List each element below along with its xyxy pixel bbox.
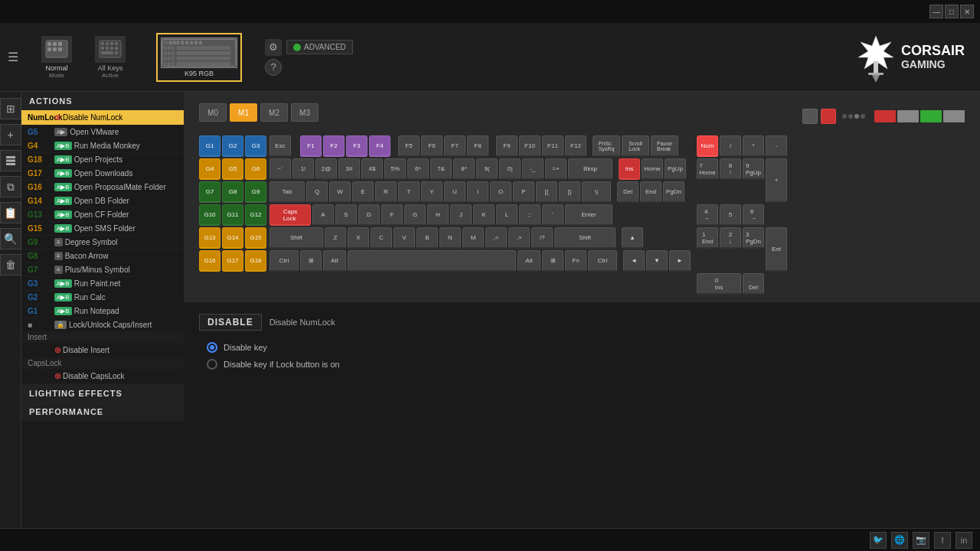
profile-gray2[interactable] (943, 110, 965, 122)
key-f[interactable]: F (381, 204, 403, 226)
key-up[interactable]: ▲ (622, 227, 643, 249)
key-9[interactable]: 9( (476, 158, 498, 180)
close-button[interactable]: ✕ (960, 5, 974, 18)
key-g6[interactable]: G6 (245, 158, 266, 180)
key-g15[interactable]: G15 (245, 227, 266, 249)
lighting-section-header[interactable]: LIGHTING EFFECTS (21, 384, 184, 403)
key-pgup[interactable]: PgUp (665, 158, 686, 180)
macro-tab-m2[interactable]: M2 (260, 103, 288, 122)
key-n[interactable]: N (439, 227, 461, 249)
profile-gray[interactable] (897, 110, 919, 122)
key-1[interactable]: 1! (292, 158, 314, 180)
performance-section-header[interactable]: PERFORMANCE (21, 403, 184, 421)
actions-section-header[interactable]: ACTIONS (21, 92, 184, 110)
key-z[interactable]: Z (325, 227, 346, 249)
key-i[interactable]: I (467, 181, 488, 203)
key-num7[interactable]: 7Home (697, 158, 718, 180)
key-delete[interactable]: Del (617, 181, 639, 203)
key-f4[interactable]: F4 (369, 135, 390, 157)
key-p[interactable]: P (513, 181, 534, 203)
key-fn[interactable]: Fn (565, 250, 586, 272)
action-item-g4[interactable]: G4 A▶B Run Media Monkey (21, 139, 184, 153)
key-f12[interactable]: F12 (565, 135, 586, 157)
key-f1[interactable]: F1 (300, 135, 322, 157)
key-8[interactable]: 8* (453, 158, 475, 180)
key-left[interactable]: ◄ (623, 250, 645, 272)
key-prtsc[interactable]: PrtScSysRq (593, 135, 620, 157)
key-o[interactable]: O (490, 181, 511, 203)
macro-tab-m3[interactable]: M3 (291, 103, 318, 122)
key-g9[interactable]: G9 (245, 181, 266, 203)
normal-mode-button[interactable]: Normal Mode (34, 36, 80, 79)
key-shift-left[interactable]: Shift (270, 227, 323, 249)
sidebar-tool-grid[interactable]: ⊞ (0, 98, 21, 119)
footer-web-icon[interactable]: 🌐 (891, 532, 908, 549)
key-f7[interactable]: F7 (444, 135, 466, 157)
key-e[interactable]: E (352, 181, 374, 203)
key-3[interactable]: 3# (338, 158, 360, 180)
key-esc[interactable]: Esc (270, 135, 291, 157)
key-2[interactable]: 2@ (315, 158, 337, 180)
key-g[interactable]: G (404, 204, 426, 226)
key-g5[interactable]: G5 (222, 158, 243, 180)
key-f6[interactable]: F6 (421, 135, 443, 157)
key-numlock[interactable]: Num (697, 135, 718, 157)
key-quote[interactable]: ' (542, 204, 564, 226)
key-g3[interactable]: G3 (245, 135, 266, 157)
action-item-lock[interactable]: ■ 🔒 Lock/Unlock Caps/Insert (21, 318, 184, 332)
key-f3[interactable]: F3 (346, 135, 368, 157)
key-num0[interactable]: 0Ins (697, 273, 741, 295)
action-item-g8[interactable]: G8 ≡ Bacon Arrow (21, 249, 184, 263)
maximize-button[interactable]: □ (945, 5, 959, 18)
menu-icon[interactable]: ☰ (8, 50, 18, 64)
sidebar-tool-delete[interactable]: 🗑 (0, 254, 21, 276)
action-item-g5[interactable]: G5 A▶ Open VMware (21, 126, 184, 139)
key-rbracket[interactable]: ]} (559, 181, 580, 203)
key-f10[interactable]: F10 (519, 135, 541, 157)
key-alt-left[interactable]: Alt (323, 250, 346, 272)
key-num9[interactable]: 9PgUp (743, 158, 764, 180)
minimize-button[interactable]: — (929, 5, 943, 18)
key-pgdn[interactable]: PgDn (663, 181, 684, 203)
key-g11[interactable]: G11 (222, 204, 243, 226)
radio-item-1[interactable]: Disable key (207, 342, 965, 353)
key-ctrl-left[interactable]: Ctrl (270, 250, 299, 272)
key-g8[interactable]: G8 (222, 181, 243, 203)
profile-indicator-1[interactable] (802, 109, 818, 124)
key-capslock[interactable]: CapsLock (270, 204, 311, 226)
footer-facebook-icon[interactable]: f (934, 532, 951, 549)
action-item-g13[interactable]: G13 A▶B Open CF Folder (21, 208, 184, 222)
action-item-insert[interactable]: ⊗ Disable Insert (21, 343, 184, 358)
key-g2[interactable]: G2 (222, 135, 243, 157)
key-h[interactable]: H (427, 204, 449, 226)
footer-instagram-icon[interactable]: 📷 (913, 532, 929, 549)
key-k[interactable]: K (473, 204, 495, 226)
key-u[interactable]: U (444, 181, 466, 203)
sidebar-tool-add[interactable]: + (0, 124, 21, 145)
key-j[interactable]: J (450, 204, 472, 226)
action-item-g18[interactable]: G18 A▶B Open Projects (21, 153, 184, 167)
key-7[interactable]: 7& (430, 158, 452, 180)
key-home[interactable]: Home (642, 158, 663, 180)
key-num5[interactable]: 5 (720, 204, 741, 226)
key-scroll[interactable]: ScrollLock (622, 135, 649, 157)
key-g13[interactable]: G13 (199, 227, 220, 249)
key-g17[interactable]: G17 (222, 250, 243, 272)
key-0[interactable]: 0) (499, 158, 521, 180)
key-f2[interactable]: F2 (323, 135, 345, 157)
action-item-g17[interactable]: G17 A▶B Open Downloads (21, 167, 184, 181)
key-d[interactable]: D (358, 204, 380, 226)
macro-tab-m0[interactable]: M0 (199, 103, 227, 122)
key-period[interactable]: .> (508, 227, 530, 249)
key-g16[interactable]: G16 (199, 250, 220, 272)
sidebar-tool-search[interactable]: 🔍 (0, 228, 21, 249)
action-item-g1[interactable]: G1 A▶B Run Notepad (21, 305, 184, 318)
key-g7[interactable]: G7 (199, 181, 220, 203)
action-item-numlock[interactable]: NumLock ⊗ Disable NumLock (21, 110, 184, 126)
key-g4[interactable]: G4 (199, 158, 220, 180)
key-b[interactable]: B (416, 227, 438, 249)
sidebar-tool-copy[interactable]: ⧉ (0, 176, 21, 197)
key-insert[interactable]: Ins (619, 158, 640, 180)
key-v[interactable]: V (394, 227, 415, 249)
key-g12[interactable]: G12 (245, 204, 266, 226)
